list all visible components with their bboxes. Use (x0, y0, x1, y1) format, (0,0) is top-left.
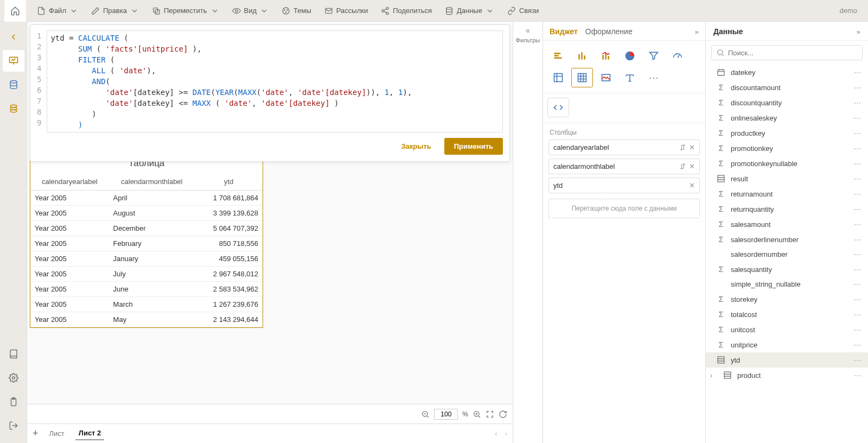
tab-style[interactable]: Оформление (585, 27, 633, 36)
field-item[interactable]: Σtotalcost⋯ (706, 307, 868, 322)
viz-pivot[interactable] (547, 68, 569, 87)
field-menu[interactable]: ⋯ (854, 175, 861, 183)
sidebar-model[interactable] (3, 98, 24, 119)
field-item[interactable]: Σreturnquantity⋯ (706, 201, 868, 217)
table-row[interactable]: Year 2005July2 967 548,012 (30, 267, 263, 282)
table-row[interactable]: Year 2005May2 143 294,644 (30, 312, 263, 327)
add-sheet[interactable]: + (33, 428, 39, 439)
remove-icon[interactable]: ✕ (689, 162, 695, 170)
remove-icon[interactable]: ✕ (689, 143, 695, 151)
table-row[interactable]: Year 2005December5 064 707,392 (30, 221, 263, 236)
field-menu[interactable]: ⋯ (854, 160, 861, 168)
field-item[interactable]: Σdiscountamount⋯ (706, 80, 868, 95)
field-item[interactable]: Σproductkey⋯ (706, 125, 868, 141)
viz-code[interactable] (547, 98, 569, 117)
field-item[interactable]: simple_string_nullable⋯ (706, 277, 868, 292)
field-menu[interactable]: ⋯ (854, 280, 861, 288)
table-row[interactable]: Year 2005March1 267 239,676 (30, 297, 263, 312)
table-row[interactable]: Year 2005January459 055,156 (30, 251, 263, 267)
field-menu[interactable]: ⋯ (854, 190, 861, 198)
sheet-tab-1[interactable]: Лист (46, 427, 68, 440)
viz-table[interactable] (571, 68, 593, 87)
menu-move[interactable]: Переместить (145, 0, 226, 21)
field-menu[interactable]: ⋯ (854, 356, 861, 364)
column-pill[interactable]: calendaryearlabel⇵✕ (548, 140, 700, 155)
table-row[interactable]: Year 2005August3 399 139,628 (30, 206, 263, 221)
refresh[interactable] (499, 410, 507, 419)
field-menu[interactable]: ⋯ (854, 236, 861, 244)
menu-links[interactable]: Связи (501, 0, 545, 21)
menu-edit[interactable]: Правка (85, 0, 145, 21)
field-menu[interactable]: ⋯ (854, 220, 861, 229)
table-row[interactable]: Year 2005June2 583 534,962 (30, 282, 263, 297)
menu-share[interactable]: Поделиться (374, 0, 438, 21)
field-item[interactable]: ytd⋯ (706, 352, 868, 368)
col-header[interactable]: calendarmonthlabel (109, 173, 195, 191)
field-menu[interactable]: ⋯ (854, 250, 861, 258)
remove-icon[interactable]: ✕ (689, 181, 695, 189)
viz-bar-h[interactable] (547, 46, 569, 66)
viz-bar-v[interactable] (571, 46, 593, 66)
field-menu[interactable]: ⋯ (854, 371, 861, 379)
field-item[interactable]: datekey⋯ (706, 65, 868, 80)
field-group[interactable]: ›product⋯ (706, 368, 868, 383)
col-header[interactable]: calendaryearlabel (30, 173, 109, 191)
viz-image[interactable] (595, 68, 617, 87)
field-item[interactable]: Σstorekey⋯ (706, 292, 868, 307)
field-item[interactable]: Σsalesorderlinenumber⋯ (706, 232, 868, 247)
sheet-prev[interactable]: ‹ (495, 429, 497, 438)
viz-combo[interactable] (595, 46, 617, 66)
sheet-next[interactable]: › (505, 429, 507, 438)
viz-pie[interactable] (619, 46, 641, 66)
viz-more[interactable]: ⋯ (643, 68, 665, 87)
sidebar-docs[interactable] (3, 343, 24, 365)
sort-icon[interactable]: ⇵ (680, 143, 686, 151)
menu-themes[interactable]: Темы (275, 0, 318, 21)
field-item[interactable]: Σsalesquantity⋯ (706, 262, 868, 277)
fullscreen[interactable] (486, 410, 494, 419)
menu-data[interactable]: Данные (438, 0, 501, 21)
field-menu[interactable]: ⋯ (854, 341, 861, 349)
viz-text[interactable] (619, 68, 641, 87)
sheet-tab-2[interactable]: Лист 2 (75, 427, 105, 440)
field-menu[interactable]: ⋯ (854, 129, 861, 137)
filters-collapse[interactable]: « (526, 26, 530, 35)
field-item[interactable]: result⋯ (706, 171, 868, 186)
field-item[interactable]: Σsalesamount⋯ (706, 217, 868, 232)
sidebar-logout[interactable] (3, 415, 24, 436)
field-menu[interactable]: ⋯ (854, 114, 861, 122)
column-pill[interactable]: calendarmonthlabel⇵✕ (548, 159, 700, 174)
search-input[interactable] (728, 49, 858, 57)
zoom-in[interactable] (473, 410, 481, 419)
close-button[interactable]: Закрыть (393, 138, 438, 155)
zoom-out[interactable] (421, 410, 430, 419)
table-row[interactable]: Year 2005April1 708 681,864 (30, 191, 263, 206)
col-header[interactable]: ytd (195, 173, 263, 191)
field-menu[interactable]: ⋯ (854, 295, 861, 303)
field-menu[interactable]: ⋯ (854, 84, 861, 92)
field-item[interactable]: Σpromotionkey⋯ (706, 141, 868, 156)
field-menu[interactable]: ⋯ (854, 265, 861, 274)
field-menu[interactable]: ⋯ (854, 68, 861, 77)
code-input[interactable]: ytd = CALCULATE ( SUM ( 'facts'[unitpric… (47, 30, 503, 132)
widget-collapse[interactable]: » (695, 28, 699, 36)
field-menu[interactable]: ⋯ (854, 99, 861, 107)
dropzone[interactable]: Перетащите сюда поле с данными (548, 199, 700, 218)
zoom-input[interactable] (434, 409, 458, 420)
menu-mailings[interactable]: Рассылки (318, 0, 374, 21)
data-collapse[interactable]: » (857, 28, 860, 36)
table-widget[interactable]: ⇄ Таблица calendaryearlabel calendarmont… (30, 152, 263, 328)
column-pill[interactable]: ytd✕ (548, 178, 700, 193)
back-button[interactable] (3, 26, 24, 48)
search-box[interactable] (711, 45, 863, 60)
field-item[interactable]: Σunitprice⋯ (706, 337, 868, 352)
sidebar-data[interactable] (3, 74, 24, 96)
tab-widget[interactable]: Виджет (550, 27, 578, 36)
menu-file[interactable]: Файл (30, 0, 85, 21)
field-menu[interactable]: ⋯ (854, 311, 861, 319)
sidebar-dashboard[interactable] (3, 50, 24, 72)
field-menu[interactable]: ⋯ (854, 205, 861, 213)
field-item[interactable]: Σunitcost⋯ (706, 322, 868, 337)
field-item[interactable]: Σreturnamount⋯ (706, 186, 868, 201)
sidebar-settings[interactable] (3, 367, 24, 389)
